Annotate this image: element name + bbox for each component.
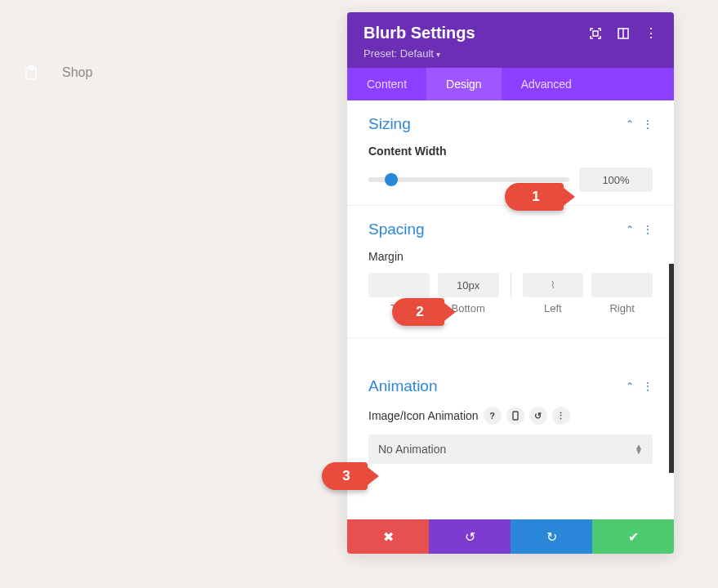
tab-bar: Content Design Advanced — [347, 68, 674, 100]
margin-bottom-label: Bottom — [452, 302, 485, 314]
tab-advanced[interactable]: Advanced — [502, 68, 591, 100]
margin-left-input[interactable] — [523, 273, 584, 297]
margin-right-label: Right — [609, 302, 634, 314]
options-icon[interactable]: ⋮ — [552, 407, 570, 425]
section-menu-icon[interactable]: ⋮ — [642, 118, 653, 131]
select-arrows-icon: ▲▼ — [635, 444, 643, 454]
section-animation: Animation ⌃ ⋮ Image/Icon Animation ? ↺ ⋮… — [347, 363, 674, 477]
content-width-label: Content Width — [368, 145, 653, 158]
columns-icon[interactable] — [617, 27, 630, 40]
animation-title: Animation — [368, 377, 438, 395]
content-width-slider[interactable] — [368, 177, 569, 182]
kebab-menu-icon[interactable]: ⋮ — [644, 27, 658, 40]
section-menu-icon[interactable]: ⋮ — [642, 380, 653, 393]
collapse-icon[interactable]: ⌃ — [626, 118, 634, 130]
callout-3: 3 — [322, 462, 368, 490]
animation-selected: No Animation — [378, 443, 446, 456]
content-width-input[interactable] — [579, 167, 653, 192]
margin-left-label: Left — [544, 302, 562, 314]
shop-label: Shop — [62, 65, 92, 80]
clipboard-icon — [25, 66, 38, 79]
callout-2: 2 — [392, 298, 444, 326]
collapse-icon[interactable]: ⌃ — [626, 224, 634, 235]
cancel-button[interactable]: ✖ — [347, 519, 429, 554]
animation-field-label: Image/Icon Animation — [368, 409, 479, 422]
sizing-title: Sizing — [368, 115, 411, 133]
panel-header: Blurb Settings ⋮ Preset: Default — [347, 12, 674, 68]
reset-icon[interactable]: ↺ — [529, 407, 547, 425]
mobile-icon[interactable] — [506, 407, 524, 425]
tab-design[interactable]: Design — [426, 68, 502, 100]
slider-thumb[interactable] — [385, 173, 398, 186]
help-icon[interactable]: ? — [484, 407, 502, 425]
expand-icon[interactable] — [589, 27, 602, 40]
confirm-button[interactable]: ✔ — [592, 519, 674, 554]
section-menu-icon[interactable]: ⋮ — [642, 223, 653, 236]
svg-rect-5 — [513, 412, 518, 420]
panel-title: Blurb Settings — [363, 24, 475, 42]
undo-button[interactable]: ↺ — [429, 519, 511, 554]
divider — [511, 273, 511, 297]
margin-right-input[interactable] — [591, 273, 653, 297]
margin-bottom-input[interactable] — [438, 273, 499, 297]
preset-dropdown[interactable]: Preset: Default — [363, 47, 658, 60]
margin-label: Margin — [368, 250, 653, 263]
animation-select[interactable]: No Animation ▲▼ — [368, 434, 653, 464]
collapse-icon[interactable]: ⌃ — [626, 381, 634, 392]
callout-1: 1 — [505, 183, 564, 211]
blurb-settings-panel: Blurb Settings ⋮ Preset: Default Content… — [347, 12, 674, 554]
spacing-title: Spacing — [368, 220, 425, 238]
scrollbar[interactable] — [669, 264, 674, 473]
tab-content[interactable]: Content — [347, 68, 426, 100]
redo-button[interactable]: ↻ — [511, 519, 592, 554]
margin-top-input[interactable] — [368, 273, 430, 297]
panel-footer: ✖ ↺ ↻ ✔ — [347, 519, 674, 554]
svg-rect-2 — [593, 31, 598, 36]
